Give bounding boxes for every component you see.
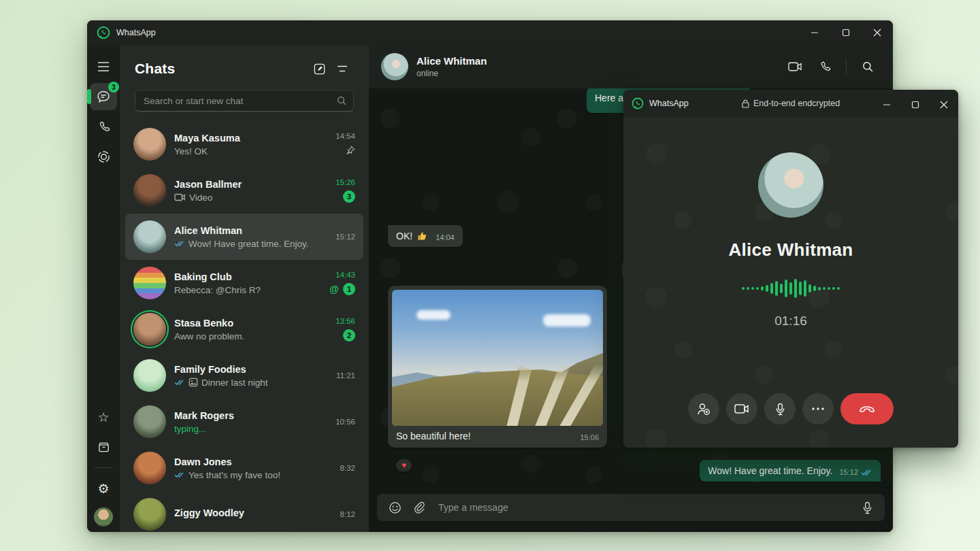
app-title: WhatsApp — [116, 28, 156, 37]
chat-avatar — [133, 128, 166, 161]
archived-chats-button[interactable] — [90, 433, 117, 461]
more-options-button[interactable] — [802, 393, 834, 424]
thumbs-up-emoji — [416, 231, 427, 241]
add-person-icon — [696, 402, 711, 416]
waveform-bar — [832, 287, 835, 290]
audio-waveform — [742, 278, 840, 299]
photo-thumbnail[interactable] — [392, 290, 603, 426]
chat-list-item[interactable]: Stasa BenkoAww no problem.13:562 — [125, 306, 363, 352]
message-time: 14:04 — [436, 233, 455, 241]
composer-bar — [377, 494, 885, 521]
chat-time: 13:56 — [336, 317, 355, 325]
call-controls — [688, 393, 894, 424]
ellipsis-icon — [812, 407, 824, 410]
new-chat-icon — [313, 63, 326, 76]
emoji-button[interactable] — [382, 496, 407, 519]
chat-time: 14:54 — [336, 132, 355, 140]
read-receipt-icon — [174, 471, 185, 478]
chat-name: Jason Ballmer — [174, 179, 327, 190]
search-in-chat-button[interactable] — [855, 55, 881, 78]
waveform-bar — [742, 287, 745, 290]
new-chat-button[interactable] — [308, 59, 331, 79]
chat-last-message: Aww no problem. — [174, 331, 327, 341]
voice-message-button[interactable] — [855, 496, 879, 519]
maximize-button[interactable] — [901, 91, 930, 118]
main-titlebar: WhatsApp — [87, 20, 893, 45]
chat-name: Ziggy Woodley — [174, 507, 332, 518]
message-outgoing-wow[interactable]: Wow! Have great time. Enjoy. 15:12 — [700, 460, 881, 482]
waveform-bar — [818, 287, 821, 290]
message-incoming-ok[interactable]: OK! 14:04 — [388, 225, 463, 247]
chat-time: 11:21 — [336, 371, 355, 380]
star-icon: ☆ — [97, 411, 109, 424]
encryption-text: End-to-end endcrypted — [753, 99, 840, 108]
contact-info[interactable]: Alice Whitman online — [416, 55, 487, 78]
chat-list-item[interactable]: Baking ClubRebecca: @Chris R?14:43@1 — [125, 260, 363, 306]
add-participant-button[interactable] — [688, 393, 719, 424]
chat-time: 15:12 — [336, 233, 355, 241]
chat-avatar — [133, 498, 166, 531]
search-icon — [337, 96, 346, 105]
chat-list: Maya KasumaYes! OK14:54Jason BallmerVide… — [120, 117, 369, 532]
video-call-button[interactable] — [782, 55, 808, 78]
message-photo[interactable]: So beautiful here! 15:06 — [388, 286, 607, 448]
rail-divider — [95, 467, 112, 468]
minimize-button[interactable] — [799, 20, 830, 45]
chat-name: Family Foodies — [174, 364, 328, 375]
cloud — [416, 310, 451, 320]
chat-list-item[interactable]: Dawn JonesYes that's my fave too!8:32 — [125, 445, 363, 491]
starred-messages-button[interactable]: ☆ — [90, 403, 117, 431]
menu-button[interactable] — [90, 53, 117, 80]
chat-list-item[interactable]: Family FoodiesDinner last night11:21 — [125, 352, 363, 399]
heart-reaction[interactable]: ♥ — [395, 458, 413, 473]
unread-badge: 3 — [343, 190, 355, 203]
voice-call-button[interactable] — [812, 55, 838, 78]
nav-rail: 3 ☆ ⚙ — [87, 45, 120, 532]
message-input[interactable] — [431, 502, 855, 513]
chat-list-item[interactable]: Ziggy Woodley8:12 — [125, 491, 363, 532]
chat-name: Mark Rogers — [174, 410, 327, 421]
chat-time: 8:12 — [340, 510, 355, 518]
settings-button[interactable]: ⚙ — [90, 475, 117, 502]
paperclip-icon — [413, 501, 425, 514]
waveform-bar — [756, 287, 759, 290]
maximize-button[interactable] — [830, 20, 862, 45]
lock-icon — [742, 99, 749, 108]
chat-list-item[interactable]: Maya KasumaYes! OK14:54 — [125, 121, 363, 167]
chat-badges — [346, 144, 355, 156]
search-input[interactable] — [142, 95, 337, 107]
heart-icon: ♥ — [402, 461, 406, 470]
filter-icon — [336, 64, 348, 73]
minimize-button[interactable] — [872, 91, 901, 118]
chat-badges: 2 — [343, 329, 355, 341]
toggle-mic-button[interactable] — [764, 393, 796, 424]
waveform-bar — [761, 286, 764, 290]
end-call-button[interactable] — [840, 393, 894, 424]
chat-name: Dawn Jones — [174, 456, 332, 467]
nav-chats-button[interactable]: 3 — [90, 83, 117, 110]
attach-button[interactable] — [407, 496, 431, 519]
chat-list-item[interactable]: Jason BallmerVideo15:263 — [125, 167, 363, 214]
waveform-bar — [799, 282, 802, 295]
profile-avatar[interactable] — [94, 507, 113, 527]
toggle-video-button[interactable] — [726, 393, 757, 424]
chat-list-item[interactable]: Mark Rogerstyping...10:56 — [125, 399, 363, 445]
close-button[interactable] — [930, 91, 958, 118]
chat-last-message: Video — [174, 193, 327, 203]
search-box — [135, 90, 354, 112]
archive-icon — [97, 441, 110, 454]
filter-chats-button[interactable] — [331, 59, 354, 79]
nav-calls-button[interactable] — [90, 113, 117, 140]
chat-avatar — [133, 220, 166, 253]
close-button[interactable] — [862, 20, 893, 45]
whatsapp-logo-icon — [97, 26, 110, 39]
waveform-bar — [794, 279, 797, 298]
waveform-bar — [780, 284, 783, 293]
chat-time: 10:56 — [336, 418, 355, 426]
chat-list-item[interactable]: Alice WhitmanWow! Have great time. Enjoy… — [125, 214, 363, 260]
nav-status-button[interactable] — [90, 143, 117, 170]
waveform-bar — [804, 280, 806, 297]
phone-icon — [819, 61, 831, 73]
chat-last-message: Wow! Have great time. Enjoy. — [174, 239, 327, 249]
contact-avatar[interactable] — [381, 53, 408, 80]
